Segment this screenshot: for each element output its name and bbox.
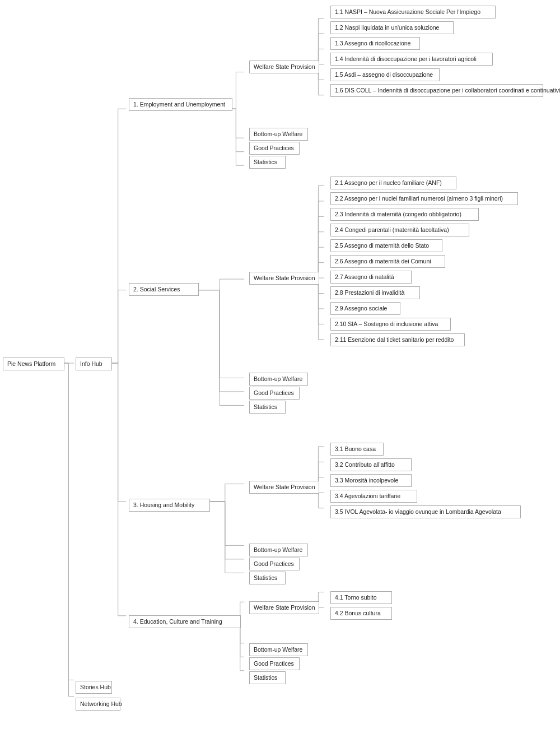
- node-emp_1_1: 1.1 NASPI – Nuova Assicurazione Sociale …: [330, 6, 496, 18]
- node-hou_3_5: 3.5 IVOL Agevolata- io viaggio ovunque i…: [330, 505, 521, 518]
- node-hou_buw: Bottom-up Welfare: [249, 544, 308, 556]
- node-hou_wsp: Welfare State Provision: [249, 481, 319, 494]
- node-soc_2_9: 2.9 Assegno sociale: [330, 302, 400, 315]
- node-hou_3_4: 3.4 Agevolazioni tariffarie: [330, 490, 417, 503]
- node-hou_3_1: 3.1 Buono casa: [330, 443, 384, 456]
- node-hou_sta: Statistics: [249, 572, 286, 584]
- tree-container: Pie News PlatformInfo HubStories HubNetw…: [0, 0, 549, 726]
- node-soc_2_5: 2.5 Assegno di maternità dello Stato: [330, 239, 442, 252]
- node-soc_wsp: Welfare State Provision: [249, 272, 319, 285]
- node-emp_1_4: 1.4 Indennità di disoccupazione per i la…: [330, 53, 493, 66]
- node-soc_2_2: 2.2 Assegno per i nuclei familiari numer…: [330, 192, 518, 205]
- node-soc_2_1: 2.1 Assegno per il nucleo familiare (ANF…: [330, 177, 456, 189]
- node-info_hub: Info Hub: [76, 358, 112, 370]
- node-emp_1_3: 1.3 Assegno di ricollocazione: [330, 37, 420, 50]
- node-soc_2_11: 2.11 Esenzione dal ticket sanitario per …: [330, 333, 465, 346]
- node-edu_4_2: 4.2 Bonus cultura: [330, 607, 392, 620]
- node-hou_gop: Good Practices: [249, 558, 300, 570]
- node-emp_wsp: Welfare State Provision: [249, 61, 319, 73]
- node-hou: 3. Housing and Mobility: [129, 499, 210, 512]
- node-edu_gop: Good Practices: [249, 657, 300, 670]
- node-soc_2_8: 2.8 Prestazioni di invalidità: [330, 286, 420, 299]
- node-emp_1_6: 1.6 DIS COLL – Indennità di disoccupazio…: [330, 84, 543, 97]
- node-edu_buw: Bottom-up Welfare: [249, 643, 308, 656]
- node-soc_2_10: 2.10 SIA – Sostegno di inclusione attiva: [330, 318, 451, 331]
- node-emp_gop: Good Practices: [249, 142, 300, 155]
- node-emp_1_5: 1.5 Asdi – assegno di disoccupazione: [330, 68, 440, 81]
- node-edu_sta: Statistics: [249, 671, 286, 684]
- node-soc: 2. Social Services: [129, 283, 199, 296]
- node-soc_2_4: 2.4 Congedi parentali (maternità facolta…: [330, 224, 469, 236]
- node-pie_news: Pie News Platform: [3, 358, 64, 370]
- node-stories_hub: Stories Hub: [76, 681, 112, 694]
- node-emp_sta: Statistics: [249, 156, 286, 169]
- node-networking_hub: Networking Hub: [76, 698, 120, 711]
- node-emp: 1. Employment and Unemployment: [129, 98, 232, 111]
- node-hou_3_3: 3.3 Morosità incolpevole: [330, 474, 412, 487]
- node-soc_2_7: 2.7 Assegno di natalità: [330, 271, 412, 284]
- node-edu: 4. Education, Culture and Training: [129, 615, 241, 628]
- node-emp_buw: Bottom-up Welfare: [249, 128, 308, 141]
- node-edu_wsp: Welfare State Provision: [249, 601, 319, 614]
- node-hou_3_2: 3.2 Contributo all'affitto: [330, 458, 412, 471]
- node-emp_1_2: 1.2 Naspi liquidata in un'unica soluzion…: [330, 21, 454, 34]
- node-soc_gop: Good Practices: [249, 387, 300, 400]
- node-soc_buw: Bottom-up Welfare: [249, 373, 308, 386]
- node-soc_2_3: 2.3 Indennità di maternità (congedo obbl…: [330, 208, 479, 221]
- node-edu_4_1: 4.1 Torno subito: [330, 591, 392, 604]
- node-soc_sta: Statistics: [249, 401, 286, 414]
- node-soc_2_6: 2.6 Assegno di maternità dei Comuni: [330, 255, 445, 268]
